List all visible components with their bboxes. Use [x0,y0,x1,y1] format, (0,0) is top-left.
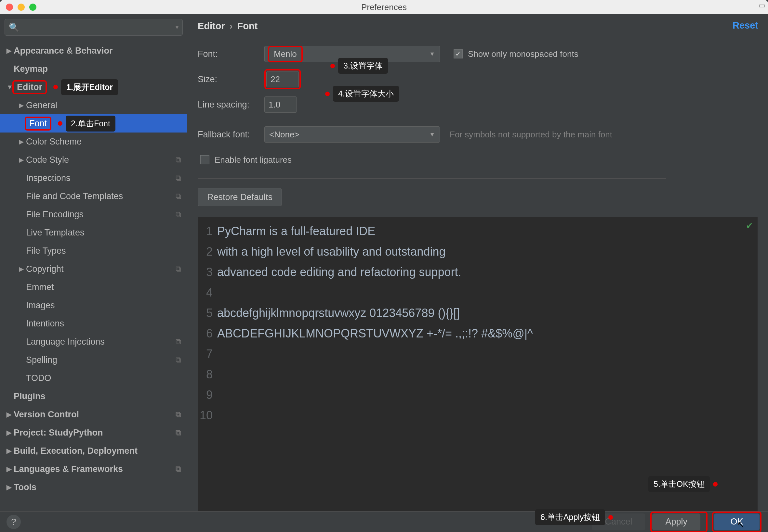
sidebar-item-label: Version Control [14,410,79,420]
size-label: Size: [198,74,264,84]
scope-icon: ⧉ [175,173,181,183]
titlebar: Preferences ▭ [0,0,768,14]
search-input[interactable]: 🔍 ▾ [5,19,183,36]
sidebar-item-color-scheme[interactable]: ▶Color Scheme [0,133,187,151]
sidebar-item-label: Editor [17,82,42,92]
fallback-hint: For symbols not supported by the main fo… [450,130,612,140]
sidebar-item-font[interactable]: Font2.单击Font [0,114,187,133]
line-spacing-label: Line spacing: [198,100,264,110]
sidebar-item-todo[interactable]: TODO [0,369,187,387]
sidebar-item-label: Live Templates [26,228,84,238]
check-icon: ✔ [746,221,753,231]
sidebar-item-label: Languages & Frameworks [14,464,123,474]
sidebar-item-copyright[interactable]: ▶Copyright⧉ [0,260,187,278]
sidebar-item-spelling[interactable]: Spelling⧉ [0,351,187,369]
chevron-right-icon: ▶ [19,101,26,109]
callout-label: 1.展开Editor [61,79,118,95]
chevron-right-icon: ▶ [6,411,14,418]
window-title: Preferences [361,2,407,12]
sidebar-item-label: File Types [26,246,66,256]
chevron-right-icon: ▶ [19,156,26,164]
main-panel: Editor › Font Reset Font: Menlo ▼ ✓ Show… [187,14,768,511]
callout-label: 2.单击Font [66,116,115,132]
fallback-select[interactable]: <None> ▼ [264,126,440,143]
font-value: Menlo [268,46,303,62]
restore-defaults-button[interactable]: Restore Defaults [198,188,282,206]
sidebar-item-general[interactable]: ▶General [0,96,187,114]
sidebar-item-file-and-code-templates[interactable]: File and Code Templates⧉ [0,187,187,205]
code-area: PyCharm is a full-featured IDE with a hi… [217,217,533,511]
dot-icon [58,121,62,126]
sidebar-item-label: Intentions [26,319,64,329]
mono-only-checkbox[interactable]: ✓ [454,49,463,58]
close-icon[interactable] [6,4,13,11]
sidebar-item-label: Color Scheme [26,137,82,147]
sidebar-item-label: File Encodings [26,209,83,220]
reset-button[interactable]: Reset [733,20,758,31]
sidebar-item-language-injections[interactable]: Language Injections⧉ [0,333,187,351]
ligatures-checkbox[interactable] [200,155,210,164]
ok-button[interactable]: OK [714,513,760,530]
sidebar: 🔍 ▾ ▶Appearance & BehaviorKeymap▼Editor1… [0,14,187,511]
line-spacing-input[interactable] [264,96,297,113]
size-input[interactable] [266,71,299,87]
sidebar-item-label: Keymap [14,64,48,74]
scope-icon: ⧉ [175,464,181,474]
chevron-right-icon: ▶ [6,429,14,437]
chevron-right-icon: ▶ [6,465,14,473]
sidebar-item-label: File and Code Templates [26,191,123,201]
sidebar-item-label: Font [29,119,47,128]
font-preview: 12345678910 PyCharm is a full-featured I… [198,217,758,511]
preferences-tree[interactable]: ▶Appearance & BehaviorKeymap▼Editor1.展开E… [0,40,187,511]
scope-icon: ⧉ [175,428,181,437]
sidebar-item-build-execution-deployment[interactable]: ▶Build, Execution, Deployment [0,442,187,460]
breadcrumb: Editor › Font [198,21,758,32]
sidebar-item-languages-frameworks[interactable]: ▶Languages & Frameworks⧉ [0,460,187,478]
sidebar-item-label: Code Style [26,155,69,165]
sidebar-item-plugins[interactable]: Plugins [0,387,187,405]
sidebar-item-file-encodings[interactable]: File Encodings⧉ [0,205,187,223]
sidebar-item-editor[interactable]: ▼Editor1.展开Editor [0,78,187,96]
chevron-down-icon: ▾ [175,24,178,31]
gutter: 12345678910 [198,217,217,511]
chevron-right-icon: ▶ [6,483,14,491]
help-button[interactable]: ? [6,515,21,529]
separator [198,178,666,179]
sidebar-item-label: Spelling [26,355,57,365]
chevron-right-icon: › [230,21,233,32]
apply-button[interactable]: Apply [652,513,700,530]
sidebar-item-emmet[interactable]: Emmet [0,278,187,296]
sidebar-item-inspections[interactable]: Inspections⧉ [0,169,187,187]
sidebar-item-code-style[interactable]: ▶Code Style⧉ [0,151,187,169]
breadcrumb-leaf: Font [237,21,258,32]
fallback-label: Fallback font: [198,130,264,140]
sidebar-item-intentions[interactable]: Intentions [0,314,187,333]
sidebar-item-label: Build, Execution, Deployment [14,446,137,456]
fallback-value: <None> [269,130,300,140]
chevron-down-icon: ▼ [429,51,435,57]
sidebar-item-label: Project: StudyPython [14,428,103,438]
sidebar-item-keymap[interactable]: Keymap [0,60,187,78]
minimize-icon[interactable] [18,4,25,11]
callout-4: 4.设置字体大小 [322,86,399,102]
sidebar-item-tools[interactable]: ▶Tools [0,478,187,496]
breadcrumb-root[interactable]: Editor [198,21,225,32]
chevron-right-icon: ▶ [19,138,26,146]
chevron-down-icon: ▼ [429,131,435,138]
traffic-lights [0,4,36,11]
sidebar-item-label: TODO [26,373,51,383]
sidebar-item-version-control[interactable]: ▶Version Control⧉ [0,405,187,424]
sidebar-item-live-templates[interactable]: Live Templates [0,223,187,242]
scope-icon: ⧉ [175,192,181,201]
callout-6: 6.单击Apply按钮 [535,509,616,525]
sidebar-item-label: General [26,100,57,110]
sidebar-item-appearance-behavior[interactable]: ▶Appearance & Behavior [0,42,187,60]
sidebar-item-images[interactable]: Images [0,296,187,314]
sidebar-item-label: Inspections [26,173,70,183]
scope-icon: ⧉ [175,264,181,273]
callout-5: 5.单击OK按钮 [648,476,721,492]
sidebar-item-project-studypython[interactable]: ▶Project: StudyPython⧉ [0,424,187,442]
window-menu-icon[interactable]: ▭ [759,1,765,10]
sidebar-item-file-types[interactable]: File Types [0,242,187,260]
maximize-icon[interactable] [29,4,36,11]
